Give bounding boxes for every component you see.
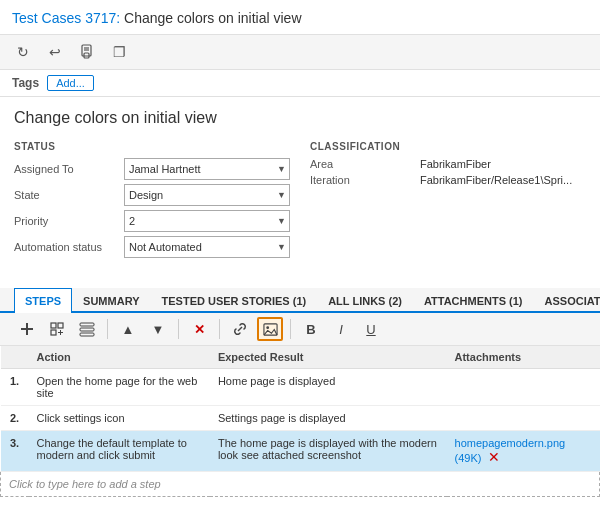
- sep3: [219, 319, 220, 339]
- iteration-label: Iteration: [310, 174, 420, 186]
- automation-wrapper: Not Automated ▼: [124, 236, 290, 258]
- work-item-body: Change colors on initial view STATUS Ass…: [0, 97, 600, 288]
- svg-point-15: [266, 326, 269, 329]
- state-label: State: [14, 189, 124, 201]
- priority-row: Priority 2 ▼: [14, 210, 290, 232]
- undo-icon[interactable]: ↩: [44, 41, 66, 63]
- row-expected[interactable]: The home page is displayed with the mode…: [210, 431, 447, 472]
- tab-user-stories[interactable]: TESTED USER STORIES (1): [151, 288, 318, 313]
- row-attachments: homepagemodern.png (49K) ✕: [447, 431, 600, 472]
- classification-header: CLASSIFICATION: [310, 141, 586, 152]
- tab-summary[interactable]: SUMMARY: [72, 288, 150, 313]
- status-col: STATUS Assigned To Jamal Hartnett ▼ Stat…: [14, 141, 290, 262]
- area-value: FabrikamFiber: [420, 158, 491, 170]
- assigned-to-wrapper: Jamal Hartnett ▼: [124, 158, 290, 180]
- tabs-bar: STEPS SUMMARY TESTED USER STORIES (1) AL…: [0, 288, 600, 313]
- classification-col: CLASSIFICATION Area FabrikamFiber Iterat…: [310, 141, 586, 262]
- svg-rect-6: [51, 323, 56, 328]
- tags-bar: Tags Add...: [0, 70, 600, 97]
- iteration-row: Iteration FabrikamFiber/Release1\Spri...: [310, 174, 586, 186]
- svg-rect-5: [26, 323, 28, 335]
- steps-toolbar: ▲ ▼ ✕ B I U: [0, 313, 600, 346]
- add-tag-button[interactable]: Add...: [47, 75, 94, 91]
- status-header: STATUS: [14, 141, 290, 152]
- row-action[interactable]: Change the default template to modern an…: [29, 431, 210, 472]
- attach-icon[interactable]: [76, 41, 98, 63]
- col-action: Action: [29, 346, 210, 369]
- automation-row: Automation status Not Automated ▼: [14, 236, 290, 258]
- insert-img-btn[interactable]: [257, 317, 283, 341]
- row-attachments: [447, 406, 600, 431]
- insert-shared-btn[interactable]: [74, 317, 100, 341]
- sep4: [290, 319, 291, 339]
- row-num: 2.: [1, 406, 29, 431]
- col-attachments: Attachments: [447, 346, 600, 369]
- sep2: [178, 319, 179, 339]
- tc-label[interactable]: Test Cases 3717:: [12, 10, 120, 26]
- row-attachments: [447, 369, 600, 406]
- row-action[interactable]: Click settings icon: [29, 406, 210, 431]
- fields-section: STATUS Assigned To Jamal Hartnett ▼ Stat…: [14, 141, 586, 262]
- table-row: 3. Change the default template to modern…: [1, 431, 600, 472]
- svg-rect-13: [80, 333, 94, 336]
- insert-link-btn[interactable]: [227, 317, 253, 341]
- add-step-row[interactable]: Click to type here to add a step: [1, 472, 600, 497]
- assigned-to-label: Assigned To: [14, 163, 124, 175]
- priority-label: Priority: [14, 215, 124, 227]
- priority-wrapper: 2 ▼: [124, 210, 290, 232]
- tab-attachments[interactable]: ATTACHMENTS (1): [413, 288, 534, 313]
- sep1: [107, 319, 108, 339]
- tc-title: Change colors on initial view: [124, 10, 301, 26]
- table-row: 2. Click settings icon Settings page is …: [1, 406, 600, 431]
- svg-rect-12: [80, 328, 94, 331]
- add-step-btn[interactable]: [14, 317, 40, 341]
- state-row: State Design ▼: [14, 184, 290, 206]
- state-wrapper: Design ▼: [124, 184, 290, 206]
- col-num: [1, 346, 29, 369]
- svg-rect-10: [58, 332, 63, 333]
- table-row: 1. Open the home page for the web site H…: [1, 369, 600, 406]
- priority-select[interactable]: 2: [124, 210, 290, 232]
- refresh-icon[interactable]: ↻: [12, 41, 34, 63]
- svg-rect-8: [51, 330, 56, 335]
- row-num: 3.: [1, 431, 29, 472]
- bold-btn[interactable]: B: [298, 317, 324, 341]
- svg-rect-7: [58, 323, 63, 328]
- delete-attachment-icon[interactable]: ✕: [488, 449, 500, 465]
- delete-step-btn[interactable]: ✕: [186, 317, 212, 341]
- col-expected: Expected Result: [210, 346, 447, 369]
- copy-icon[interactable]: ❐: [108, 41, 130, 63]
- row-action[interactable]: Open the home page for the web site: [29, 369, 210, 406]
- move-down-btn[interactable]: ▼: [145, 317, 171, 341]
- automation-label: Automation status: [14, 241, 124, 253]
- row-num: 1.: [1, 369, 29, 406]
- row-expected[interactable]: Home page is displayed: [210, 369, 447, 406]
- steps-table: Action Expected Result Attachments 1. Op…: [0, 346, 600, 497]
- italic-btn[interactable]: I: [328, 317, 354, 341]
- add-shared-btn[interactable]: [44, 317, 70, 341]
- underline-btn[interactable]: U: [358, 317, 384, 341]
- tags-label: Tags: [12, 76, 39, 90]
- state-select[interactable]: Design: [124, 184, 290, 206]
- svg-rect-11: [80, 323, 94, 326]
- title-bar: Test Cases 3717: Change colors on initia…: [0, 0, 600, 35]
- area-label: Area: [310, 158, 420, 170]
- row-expected[interactable]: Settings page is displayed: [210, 406, 447, 431]
- work-item-title: Change colors on initial view: [14, 109, 586, 127]
- area-row: Area FabrikamFiber: [310, 158, 586, 170]
- tab-all-links[interactable]: ALL LINKS (2): [317, 288, 413, 313]
- add-step-label[interactable]: Click to type here to add a step: [1, 472, 600, 497]
- assigned-to-select[interactable]: Jamal Hartnett: [124, 158, 290, 180]
- tab-automat[interactable]: ASSOCIATED AUTOMAT...: [534, 288, 600, 313]
- assigned-to-row: Assigned To Jamal Hartnett ▼: [14, 158, 290, 180]
- move-up-btn[interactable]: ▲: [115, 317, 141, 341]
- automation-select[interactable]: Not Automated: [124, 236, 290, 258]
- toolbar: ↻ ↩ ❐: [0, 35, 600, 70]
- iteration-value: FabrikamFiber/Release1\Spri...: [420, 174, 572, 186]
- tab-steps[interactable]: STEPS: [14, 288, 72, 313]
- attachment-link[interactable]: homepagemodern.png (49K): [455, 437, 566, 464]
